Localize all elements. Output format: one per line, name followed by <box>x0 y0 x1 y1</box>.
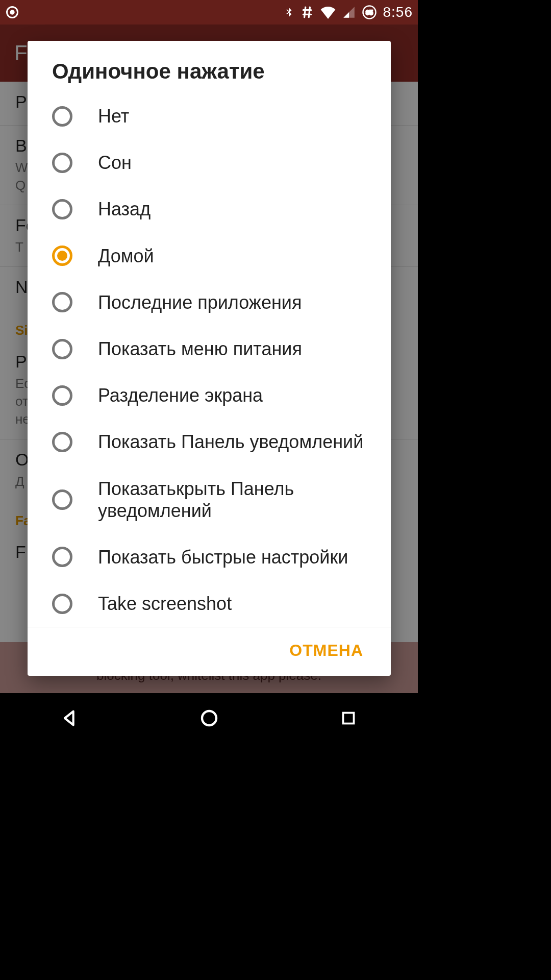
status-clock: 8:56 <box>383 4 413 20</box>
single-tap-dialog: Одиночное нажатие НетСонНазадДомойПослед… <box>28 41 391 676</box>
dialog-option-label: Показатькрыть Панель уведомлений <box>98 478 366 522</box>
radio-icon <box>52 547 72 567</box>
nav-home-button[interactable] <box>166 700 253 736</box>
dialog-option-label: Сон <box>98 152 366 174</box>
dialog-option-label: Нет <box>98 105 366 127</box>
radio-icon <box>52 199 72 219</box>
radio-icon <box>52 432 72 452</box>
bluetooth-icon <box>283 5 294 19</box>
dialog-option[interactable]: Разделение экрана <box>28 372 391 419</box>
radio-icon <box>52 339 72 359</box>
radio-icon <box>52 106 72 127</box>
dialog-option-label: Take screenshot <box>98 593 366 615</box>
svg-point-1 <box>10 10 14 14</box>
radio-icon <box>52 153 72 173</box>
dialog-option[interactable]: Показать меню питания <box>28 326 391 372</box>
cancel-button[interactable]: ОТМЕНА <box>286 641 366 660</box>
dialog-option-label: Показать меню питания <box>98 338 366 360</box>
nav-recents-button[interactable] <box>305 700 392 736</box>
dialog-option[interactable]: Take screenshot <box>28 580 391 627</box>
wifi-icon <box>320 6 336 19</box>
dialog-option[interactable]: Нет <box>28 93 391 139</box>
svg-point-4 <box>202 711 216 725</box>
dialog-option-label: Показать быстрые настройки <box>98 546 366 568</box>
radio-icon <box>52 292 72 312</box>
dialog-option[interactable]: Сон <box>28 139 391 186</box>
radio-icon <box>52 489 72 510</box>
android-nav-bar <box>0 693 418 743</box>
hash-icon <box>300 6 314 19</box>
dialog-option[interactable]: Показать быстрые настройки <box>28 534 391 580</box>
dialog-option[interactable]: Последние приложения <box>28 279 391 326</box>
dialog-options-list: НетСонНазадДомойПоследние приложенияПока… <box>28 93 391 627</box>
battery-icon: 95 <box>362 5 377 20</box>
dialog-option[interactable]: Назад <box>28 186 391 232</box>
nav-back-button[interactable] <box>27 700 113 736</box>
dialog-title: Одиночное нажатие <box>28 41 391 93</box>
cell-signal-icon <box>342 6 356 19</box>
radio-icon <box>52 594 72 614</box>
radio-icon <box>52 246 72 266</box>
dialog-option-label: Показать Панель уведомлений <box>98 431 366 453</box>
status-bar: 95 8:56 <box>0 0 418 24</box>
dialog-option[interactable]: Домой <box>28 233 391 279</box>
svg-text:95: 95 <box>366 9 373 16</box>
dialog-option-label: Назад <box>98 198 366 220</box>
svg-rect-5 <box>343 713 354 724</box>
record-icon <box>5 5 19 19</box>
radio-icon <box>52 385 72 406</box>
dialog-option-label: Последние приложения <box>98 291 366 313</box>
dialog-option[interactable]: Показать Панель уведомлений <box>28 419 391 465</box>
dialog-option[interactable]: Показатькрыть Панель уведомлений <box>28 465 391 534</box>
dialog-option-label: Разделение экрана <box>98 384 366 406</box>
dialog-option-label: Домой <box>98 245 366 267</box>
